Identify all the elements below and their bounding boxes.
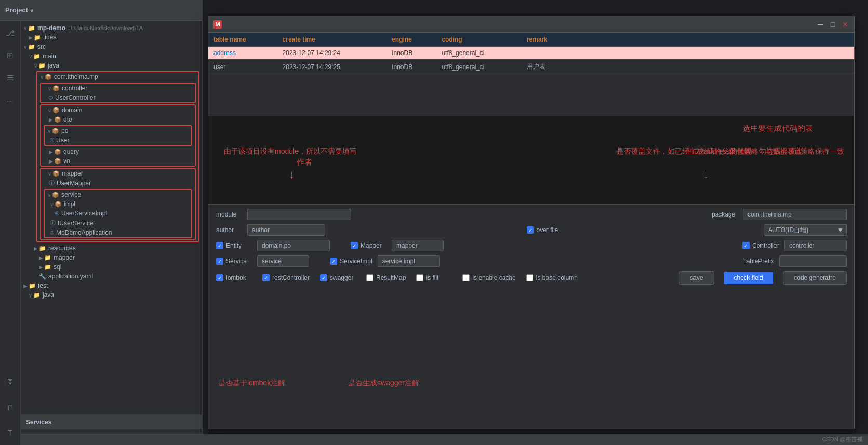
swagger-checkbox[interactable]: ✓ bbox=[320, 274, 327, 281]
isfill-label: is fill bbox=[426, 274, 452, 281]
tree-item-mpdemo[interactable]: ∨ 📁 mp-demo D:\BaiduNetdiskDownload\TA bbox=[21, 23, 202, 33]
serviceimpl-input[interactable] bbox=[378, 255, 440, 267]
cell-user-engine: InnoDB bbox=[386, 60, 436, 74]
dialog-window: M ─ □ ✕ table name create time engine co… bbox=[208, 16, 855, 429]
tree-item-domain[interactable]: ∨ 📦 domain bbox=[41, 105, 195, 115]
package-label: package bbox=[712, 211, 738, 218]
cell-user-remark: 用户表 bbox=[522, 60, 854, 74]
sidebar-icon-more[interactable]: ··· bbox=[3, 93, 18, 107]
entity-checkbox[interactable]: ✓ bbox=[216, 242, 223, 249]
id-strategy-select[interactable]: AUTO(ID自增) INPUT ASSIGN_ID ASSIGN_UUID bbox=[764, 224, 847, 236]
tree-item-test[interactable]: ▶ 📁 test bbox=[21, 281, 202, 290]
tree-item-controller[interactable]: ∨ 📦 controller bbox=[41, 84, 195, 93]
author-label: author bbox=[216, 226, 242, 234]
overfile-checkbox[interactable]: ✓ bbox=[527, 226, 534, 234]
lombok-checkbox[interactable]: ✓ bbox=[216, 274, 223, 281]
mapper-checkbox[interactable]: ✓ bbox=[351, 242, 358, 249]
arrow-module: ↓ bbox=[289, 168, 295, 181]
tree-item-query[interactable]: ▶ 📦 query bbox=[41, 147, 195, 156]
mapper-label: Mapper bbox=[360, 242, 386, 249]
tree-item-user-class[interactable]: © User bbox=[45, 136, 191, 145]
controller-checkbox[interactable]: ✓ bbox=[742, 242, 750, 249]
cell-address-remark bbox=[522, 47, 854, 60]
cell-address-coding: utf8_general_ci bbox=[436, 47, 522, 60]
tree-item-mpdemoapp[interactable]: © MpDemoApplication bbox=[45, 228, 191, 237]
save-button[interactable]: save bbox=[679, 271, 714, 285]
sidebar-icon-settings[interactable]: T bbox=[3, 425, 18, 440]
watermark: CSDN @墨苔孤 bbox=[822, 436, 863, 443]
sidebar-icon-db[interactable]: 🗄 bbox=[3, 375, 18, 390]
sidebar-icon-git[interactable]: ⎇ bbox=[3, 26, 18, 41]
table-row-user[interactable]: user 2023-12-07 14:29:25 InnoDB utf8_gen… bbox=[208, 60, 854, 74]
tree-item-src[interactable]: ∨ 📁 src bbox=[21, 42, 202, 51]
tree-item-sql[interactable]: ▶ 📁 sql bbox=[21, 262, 202, 272]
restcontroller-checkbox[interactable]: ✓ bbox=[262, 274, 270, 281]
entity-label: Entity bbox=[226, 242, 252, 249]
sidebar-icon-bookmarks[interactable]: ☰ bbox=[3, 71, 18, 85]
service-checkbox-group: ✓ Service bbox=[216, 258, 252, 265]
package-input[interactable] bbox=[743, 209, 847, 220]
minimize-button[interactable]: ─ bbox=[816, 20, 824, 29]
entity-input[interactable] bbox=[257, 240, 330, 251]
serviceimpl-label: ServiceImpl bbox=[340, 258, 372, 265]
basecolumn-group: is base column bbox=[526, 274, 578, 281]
col-tablename: table name bbox=[208, 33, 277, 47]
resultmap-checkbox[interactable] bbox=[366, 274, 373, 281]
tree-item-dto[interactable]: ▶ 📦 dto bbox=[41, 115, 195, 124]
tree-item-iuserservice[interactable]: ⓘ IUserService bbox=[45, 218, 191, 228]
restcontroller-group: ✓ restController bbox=[262, 274, 310, 281]
dialog-titlebar: M ─ □ ✕ bbox=[208, 16, 854, 33]
tree-item-po[interactable]: ∨ 📦 po bbox=[45, 126, 191, 136]
code-generator-button[interactable]: code generatro bbox=[783, 271, 847, 285]
restcontroller-label: restController bbox=[272, 274, 310, 281]
tree-item-userserviceimpl[interactable]: © UserServiceImpl bbox=[45, 209, 191, 218]
author-input[interactable] bbox=[247, 224, 325, 236]
tree-item-application-yaml[interactable]: 🔧 application.yaml bbox=[21, 272, 202, 281]
tree-item-mapper-res[interactable]: ▶ 📁 mapper bbox=[21, 253, 202, 262]
col-createtime: create time bbox=[277, 33, 387, 47]
module-input[interactable] bbox=[247, 209, 351, 220]
tree-item-java[interactable]: ∨ 📁 java bbox=[21, 61, 202, 70]
isfill-group: is fill bbox=[416, 274, 452, 281]
form-row-author: author ✓ over file AUTO(ID自增) INPUT ASSI… bbox=[216, 224, 847, 236]
dialog-title-left: M bbox=[213, 20, 222, 29]
project-arrow[interactable]: ∨ bbox=[30, 7, 34, 14]
annotation-author: 作者 bbox=[297, 157, 312, 167]
close-button[interactable]: ✕ bbox=[841, 20, 849, 29]
controller-input[interactable] bbox=[784, 240, 847, 251]
sidebar-icon-structure[interactable]: ⊞ bbox=[3, 48, 18, 63]
tree-item-main[interactable]: ∨ 📁 main bbox=[21, 51, 202, 61]
basecolumn-checkbox[interactable] bbox=[526, 274, 533, 281]
tree-item-impl-pkg[interactable]: ∨ 📦 impl bbox=[45, 199, 191, 209]
arrow-package: ↓ bbox=[703, 168, 709, 181]
tree-item-idea[interactable]: ▶ 📁 .idea bbox=[21, 33, 202, 42]
tree-item-mapper-pkg[interactable]: ∨ 📦 mapper bbox=[41, 169, 195, 178]
isfill-checkbox[interactable] bbox=[416, 274, 423, 281]
check-field-button[interactable]: check field bbox=[724, 272, 774, 284]
tree-item-vo[interactable]: ▶ 📦 vo bbox=[41, 156, 195, 166]
table-row-address[interactable]: address 2023-12-07 14:29:24 InnoDB utf8_… bbox=[208, 47, 854, 60]
restore-button[interactable]: □ bbox=[829, 20, 837, 29]
sidebar-icon-terminal[interactable]: ⊓ bbox=[3, 400, 18, 415]
serviceimpl-checkbox[interactable]: ✓ bbox=[330, 258, 337, 265]
tree-item-resources[interactable]: ▶ 📁 resources bbox=[21, 244, 202, 253]
tree-item-service-pkg[interactable]: ∨ 📦 service bbox=[45, 190, 191, 199]
tree-item-usercontroller[interactable]: © UserController bbox=[41, 93, 195, 102]
services-label: Services bbox=[26, 419, 51, 426]
service-checkbox[interactable]: ✓ bbox=[216, 258, 223, 265]
col-coding: coding bbox=[436, 33, 522, 47]
form-area: module package author ✓ over file AUTO bbox=[208, 204, 854, 293]
serviceimpl-checkbox-group: ✓ ServiceImpl bbox=[330, 258, 372, 265]
cell-user-coding: utf8_general_ci bbox=[436, 60, 522, 74]
tree-item-usermapper[interactable]: ⓘ UserMapper bbox=[41, 178, 195, 188]
tree-item-com-itheima[interactable]: ∨ 📦 com.itheima.mp bbox=[37, 72, 198, 82]
tableprefix-input[interactable] bbox=[779, 255, 847, 267]
overfile-checkbox-group: ✓ over file bbox=[527, 226, 563, 234]
project-title[interactable]: Project bbox=[5, 6, 28, 14]
mapper-checkbox-group: ✓ Mapper bbox=[351, 242, 386, 249]
enablecache-checkbox[interactable] bbox=[462, 274, 470, 281]
service-input[interactable] bbox=[257, 255, 309, 267]
tree-item-test-java[interactable]: ∨ 📁 java bbox=[21, 290, 202, 300]
cell-address-engine: InnoDB bbox=[386, 47, 436, 60]
mapper-input[interactable] bbox=[392, 240, 444, 251]
